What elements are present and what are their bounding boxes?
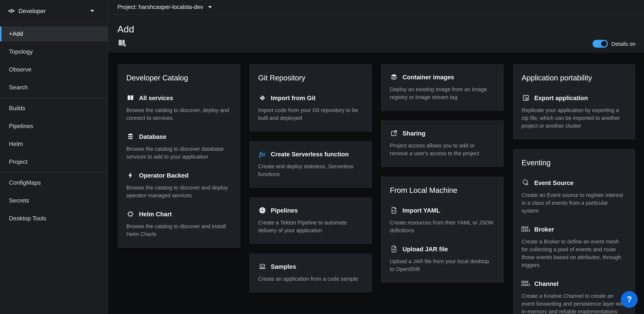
- chevron-down-icon[interactable]: [208, 6, 212, 8]
- add-item-title: Sharing: [402, 129, 426, 137]
- add-item-link-samples[interactable]: Samples: [258, 263, 363, 271]
- sidebar-item-helm[interactable]: Helm: [0, 137, 108, 152]
- chevron-down-icon: [90, 10, 94, 12]
- sidebar-item-configmaps[interactable]: ConfigMaps: [0, 175, 108, 190]
- sidebar-item-project[interactable]: Project: [0, 154, 108, 169]
- add-item-description: Browse the catalog to discover and deplo…: [126, 184, 230, 200]
- file-upload-icon: [390, 245, 398, 253]
- quick-starts-book-plus-icon[interactable]: [118, 38, 127, 48]
- add-item-description: Create a Broker to define an event mesh …: [522, 238, 626, 269]
- add-item-link-create-serverless-function[interactable]: fnCreate Serverless function: [258, 150, 363, 158]
- add-item-link-sharing[interactable]: Sharing: [390, 129, 495, 137]
- sidebar: </> Developer +AddTopologyObserveSearchB…: [0, 0, 108, 314]
- page-title: Add: [118, 24, 134, 35]
- perspective-switcher[interactable]: </> Developer: [0, 0, 108, 22]
- nav-group: BuildsPipelinesHelmProject: [0, 101, 108, 169]
- add-item-link-import-from-git[interactable]: Import from Git: [258, 94, 363, 102]
- add-item-link-channel[interactable]: IOIOIIOIIChannel: [522, 280, 626, 288]
- card-git-repository: Git RepositoryImport from GitImport code…: [249, 64, 372, 132]
- add-item-link-container-images[interactable]: Container images: [390, 73, 495, 81]
- card-developer-catalog: Developer CatalogAll servicesBrowse the …: [118, 64, 240, 248]
- add-item-description: Browse the catalog to discover, deploy a…: [126, 106, 230, 122]
- add-item-link-upload-jar-file[interactable]: Upload JAR file: [390, 245, 495, 253]
- file-code-icon: [390, 207, 398, 214]
- add-item-link-broker[interactable]: IOIOIIOIIBroker: [522, 225, 626, 233]
- fn-icon: fn: [258, 150, 266, 158]
- add-item-title: Create Serverless function: [271, 150, 349, 158]
- add-item-operator-backed: Operator BackedBrowse the catalog to dis…: [126, 171, 231, 200]
- sidebar-item-add[interactable]: +Add: [0, 26, 108, 41]
- add-item-title: Import YAML: [402, 206, 440, 214]
- add-item-link-export-application[interactable]: Export application: [522, 94, 626, 102]
- card-column-1: Developer CatalogAll servicesBrowse the …: [118, 64, 240, 248]
- open-book-icon: [126, 94, 134, 102]
- main-area: Project: harshcasper-localsta-dev Add De…: [108, 0, 644, 314]
- add-item-title: Container images: [402, 73, 454, 81]
- add-item-create-serverless-function: fnCreate Serverless functionCreate and d…: [258, 150, 363, 178]
- details-switch[interactable]: [592, 40, 608, 48]
- add-item-description: Create a Tekton Pipeline to automate del…: [258, 219, 362, 235]
- add-item-title: Pipelines: [271, 206, 298, 214]
- card-sharing: SharingProject access allows you to add …: [381, 120, 504, 167]
- add-item-channel: IOIOIIOIIChannelCreate a Knative Channel…: [522, 280, 626, 314]
- card-title: Application portability: [522, 73, 626, 83]
- sidebar-item-builds[interactable]: Builds: [0, 101, 108, 116]
- project-bar: Project: harshcasper-localsta-dev: [108, 0, 644, 14]
- sidebar-item-search[interactable]: Search: [0, 80, 108, 95]
- add-item-import-from-git: Import from GitImport code from your Git…: [258, 94, 363, 122]
- sidebar-item-topology[interactable]: Topology: [0, 44, 108, 59]
- add-item-link-helm-chart[interactable]: Helm Chart: [126, 210, 231, 218]
- add-item-link-pipelines[interactable]: Pipelines: [258, 206, 363, 214]
- pipelines-icon: [258, 207, 266, 214]
- card-column-2: Git RepositoryImport from GitImport code…: [249, 64, 372, 293]
- bolt-icon: [126, 172, 134, 179]
- add-item-description: Create a Knative Channel to create an ev…: [522, 292, 626, 314]
- add-item-container-images: Container imagesDeploy an existing Image…: [390, 73, 495, 101]
- add-item-title: Helm Chart: [139, 210, 172, 218]
- sidebar-item-pipelines[interactable]: Pipelines: [0, 119, 108, 134]
- helm-icon: [126, 210, 134, 218]
- binary-icon: IOIOIIOII: [522, 280, 530, 287]
- add-item-title: Upload JAR file: [402, 245, 448, 253]
- card-title: Git Repository: [258, 73, 363, 83]
- add-item-title: Channel: [534, 280, 558, 288]
- card-pipelines: PipelinesCreate a Tekton Pipeline to aut…: [249, 197, 372, 244]
- add-item-link-import-yaml[interactable]: Import YAML: [390, 206, 495, 214]
- card-title: Eventing: [522, 158, 626, 168]
- sidebar-item-observe[interactable]: Observe: [0, 62, 108, 77]
- add-item-title: Operator Backed: [139, 171, 188, 179]
- page-header: Add Details on: [108, 14, 644, 52]
- project-selector[interactable]: Project: harshcasper-localsta-dev: [118, 4, 203, 10]
- add-item-link-operator-backed[interactable]: Operator Backed: [126, 171, 231, 179]
- add-item-import-yaml: Import YAMLCreate resources from their Y…: [390, 206, 495, 235]
- add-item-description: Deploy an existing Image from an Image r…: [390, 86, 494, 101]
- share-icon: [390, 130, 398, 137]
- add-item-title: Event Source: [534, 179, 574, 187]
- add-item-database: DatabaseBrowse the catalog to discover d…: [126, 133, 231, 161]
- add-item-link-event-source[interactable]: Event Source: [522, 179, 626, 187]
- add-item-sharing: SharingProject access allows you to add …: [390, 129, 495, 157]
- add-item-description: Project access allows you to add or remo…: [390, 142, 494, 157]
- card-column-4: Application portabilityExport applicatio…: [513, 64, 636, 314]
- help-button[interactable]: ?: [621, 291, 638, 308]
- sidebar-item-secrets[interactable]: Secrets: [0, 193, 108, 208]
- add-item-title: Database: [139, 133, 166, 141]
- details-toggle-row: Details on: [592, 40, 636, 48]
- sidebar-item-desktop-tools[interactable]: Desktop Tools: [0, 211, 108, 226]
- add-item-upload-jar-file: Upload JAR fileUpload a JAR file from yo…: [390, 245, 495, 273]
- switch-knob: [601, 41, 606, 46]
- card-container-images: Container imagesDeploy an existing Image…: [381, 64, 504, 111]
- layers-icon: [390, 73, 398, 81]
- add-item-link-all-services[interactable]: All services: [126, 94, 231, 102]
- add-item-title: Import from Git: [271, 94, 316, 102]
- add-item-export-application: Export applicationReplicate your applica…: [522, 94, 626, 130]
- card-from-local-machine: From Local MachineImport YAMLCreate reso…: [381, 176, 504, 283]
- add-item-link-database[interactable]: Database: [126, 133, 231, 141]
- add-item-description: Create an Event source to register inter…: [522, 191, 626, 215]
- git-icon: [258, 94, 266, 102]
- card-create-serverless-function: fnCreate Serverless functionCreate and d…: [249, 141, 372, 188]
- app: </> Developer +AddTopologyObserveSearchB…: [0, 0, 644, 314]
- add-item-title: Samples: [271, 263, 296, 271]
- add-item-description: Browse the catalog to discover and insta…: [126, 223, 230, 238]
- add-item-helm-chart: Helm ChartBrowse the catalog to discover…: [126, 210, 231, 238]
